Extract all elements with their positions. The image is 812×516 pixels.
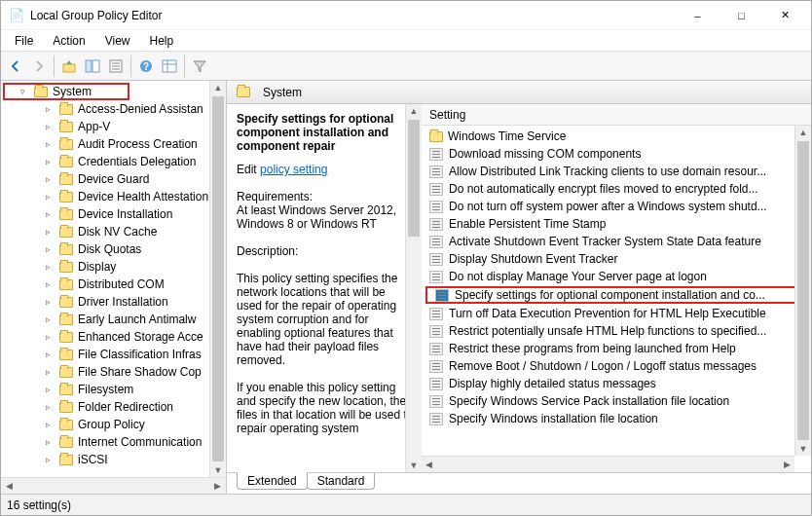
filter-button[interactable] — [189, 55, 210, 77]
tree-item[interactable]: ▹Filesystem — [1, 381, 226, 398]
chevron-right-icon[interactable]: ▹ — [46, 227, 55, 237]
edit-policy-link[interactable]: policy setting — [260, 163, 327, 176]
chevron-right-icon[interactable]: ▹ — [46, 244, 55, 254]
settings-row[interactable]: Do not turn off system power after a Win… — [422, 198, 811, 215]
tab-extended[interactable]: Extended — [237, 472, 308, 490]
settings-column-header[interactable]: Setting — [422, 104, 811, 126]
chevron-right-icon[interactable]: ▹ — [46, 297, 55, 307]
scroll-thumb[interactable] — [212, 96, 224, 461]
chevron-right-icon[interactable]: ▹ — [46, 385, 55, 394]
scroll-thumb[interactable] — [408, 120, 420, 237]
chevron-right-icon[interactable]: ▹ — [46, 192, 55, 202]
chevron-right-icon[interactable]: ▹ — [46, 104, 55, 114]
forward-button[interactable] — [28, 55, 50, 77]
tree-item[interactable]: ▹Disk NV Cache — [1, 223, 226, 240]
menu-help[interactable]: Help — [140, 32, 184, 50]
tree-scroll[interactable]: ▿ System ▹Access-Denied Assistan▹App-V▹A… — [1, 81, 226, 477]
settings-row[interactable]: Allow Distributed Link Tracking clients … — [422, 163, 811, 180]
settings-row[interactable]: Download missing COM components — [422, 145, 811, 163]
scroll-right-icon[interactable]: ▶ — [210, 481, 225, 491]
tree-item[interactable]: ▹Folder Redirection — [1, 398, 226, 416]
scroll-right-icon[interactable]: ▶ — [780, 460, 794, 469]
tree-item[interactable]: ▹Enhanced Storage Acce — [1, 328, 226, 346]
tree-item[interactable]: ▹Display — [1, 258, 226, 276]
settings-row[interactable]: Display highly detailed status messages — [422, 375, 811, 392]
chevron-right-icon[interactable]: ▹ — [46, 262, 55, 272]
tree-item[interactable]: ▹Device Guard — [1, 170, 226, 188]
minimize-button[interactable]: – — [676, 2, 720, 29]
settings-row[interactable]: Display Shutdown Event Tracker — [422, 250, 811, 268]
settings-row[interactable]: Do not automatically encrypt files moved… — [422, 180, 811, 198]
scroll-left-icon[interactable]: ◀ — [422, 460, 436, 469]
chevron-right-icon[interactable]: ▹ — [46, 367, 55, 377]
settings-row[interactable]: Activate Shutdown Event Tracker System S… — [422, 233, 811, 250]
scroll-down-icon[interactable]: ▼ — [210, 463, 226, 477]
tree-item[interactable]: ▹Group Policy — [1, 416, 226, 433]
settings-row[interactable]: Enable Persistent Time Stamp — [422, 215, 811, 233]
settings-row[interactable]: Specify settings for optional component … — [425, 286, 803, 304]
tree-item[interactable]: ▹App-V — [1, 118, 226, 135]
scroll-left-icon[interactable]: ◀ — [2, 481, 17, 491]
chevron-right-icon[interactable]: ▹ — [46, 455, 55, 464]
settings-row[interactable]: Windows Time Service — [422, 128, 811, 145]
tree-item[interactable]: ▹File Classification Infras — [1, 346, 226, 363]
scroll-up-icon[interactable]: ▲ — [406, 104, 422, 118]
chevron-right-icon[interactable]: ▹ — [46, 437, 55, 447]
tree-item[interactable]: ▹Credentials Delegation — [1, 153, 226, 170]
chevron-right-icon[interactable]: ▹ — [46, 157, 55, 166]
properties-button[interactable] — [105, 55, 127, 77]
maximize-button[interactable]: □ — [720, 2, 763, 29]
scroll-thumb[interactable] — [797, 141, 809, 440]
list-vertical-scrollbar[interactable]: ▲ ▼ — [794, 126, 811, 456]
tab-standard[interactable]: Standard — [307, 473, 376, 490]
menu-file[interactable]: File — [5, 32, 43, 50]
chevron-right-icon[interactable]: ▹ — [46, 402, 55, 412]
scroll-down-icon[interactable]: ▼ — [406, 459, 422, 472]
chevron-right-icon[interactable]: ▹ — [46, 314, 55, 324]
chevron-right-icon[interactable]: ▹ — [46, 279, 55, 289]
tree-item[interactable]: ▹Early Launch Antimalw — [1, 311, 226, 328]
settings-row[interactable]: Restrict potentially unsafe HTML Help fu… — [422, 322, 811, 340]
scroll-up-icon[interactable]: ▲ — [210, 81, 226, 94]
chevron-right-icon[interactable]: ▹ — [46, 139, 55, 149]
chevron-right-icon[interactable]: ▹ — [46, 350, 55, 359]
chevron-right-icon[interactable]: ▹ — [46, 122, 55, 131]
tree-vertical-scrollbar[interactable]: ▲ ▼ — [209, 81, 226, 477]
tree-item[interactable]: ▹Distributed COM — [1, 276, 226, 293]
show-hide-tree-button[interactable] — [82, 55, 103, 77]
settings-row[interactable]: Specify Windows Service Pack installatio… — [422, 392, 811, 410]
tree-item[interactable]: ▹Driver Installation — [1, 293, 226, 311]
scroll-down-icon[interactable]: ▼ — [795, 442, 811, 456]
chevron-right-icon[interactable]: ▹ — [46, 209, 55, 219]
settings-row[interactable]: Specify Windows installation file locati… — [422, 410, 811, 427]
chevron-right-icon[interactable]: ▹ — [46, 420, 55, 429]
list-view-button[interactable] — [159, 55, 180, 77]
settings-row[interactable]: Remove Boot / Shutdown / Logon / Logoff … — [422, 357, 811, 375]
tree-item[interactable]: ▹Internet Communication — [1, 433, 226, 451]
settings-row[interactable]: Restrict these programs from being launc… — [422, 340, 811, 357]
help-button[interactable]: ? — [135, 55, 157, 77]
menu-action[interactable]: Action — [43, 32, 94, 50]
tree-item[interactable]: ▹iSCSI — [1, 451, 226, 468]
scroll-up-icon[interactable]: ▲ — [795, 126, 811, 139]
tree-item[interactable]: ▹Access-Denied Assistan — [1, 100, 226, 118]
tree-item[interactable]: ▹File Share Shadow Cop — [1, 363, 226, 381]
close-button[interactable]: ✕ — [763, 2, 807, 29]
tree-item-label: Device Health Attestation — [78, 190, 208, 203]
tree-item[interactable]: ▹Disk Quotas — [1, 240, 226, 258]
tree-item[interactable]: ▹Device Installation — [1, 205, 226, 223]
list-horizontal-scrollbar[interactable]: ◀ ▶ — [422, 456, 794, 472]
settings-row[interactable]: Do not display Manage Your Server page a… — [422, 268, 811, 285]
chevron-down-icon[interactable]: ▿ — [20, 87, 30, 96]
description-scrollbar[interactable]: ▲ ▼ — [405, 104, 422, 472]
tree-item-system[interactable]: ▿ System — [3, 83, 129, 100]
back-button[interactable] — [5, 55, 26, 77]
up-button[interactable] — [58, 55, 80, 77]
settings-row[interactable]: Turn off Data Execution Prevention for H… — [422, 305, 811, 322]
tree-item[interactable]: ▹Device Health Attestation — [1, 188, 226, 205]
tree-horizontal-scrollbar[interactable]: ◀ ▶ — [1, 477, 226, 494]
chevron-right-icon[interactable]: ▹ — [46, 332, 55, 342]
menu-view[interactable]: View — [95, 32, 140, 50]
tree-item[interactable]: ▹Audit Process Creation — [1, 135, 226, 153]
chevron-right-icon[interactable]: ▹ — [46, 174, 55, 184]
